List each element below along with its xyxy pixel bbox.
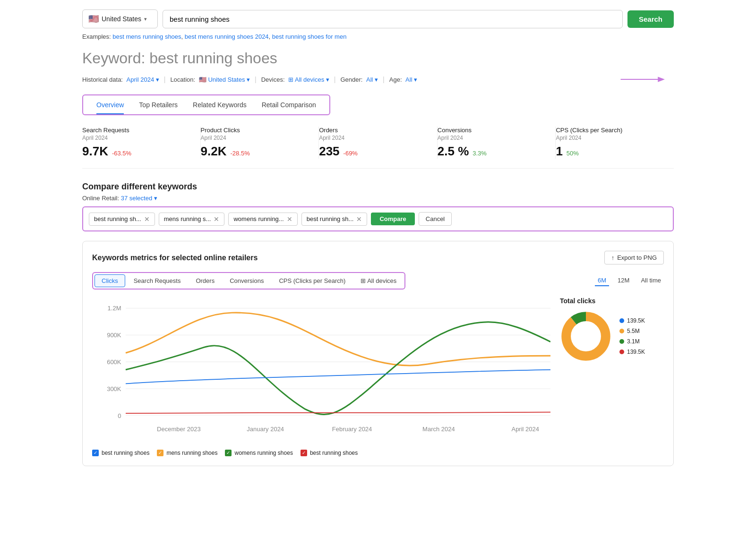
metric-change-4: 50%	[567, 150, 579, 157]
donut-legend-item-3: 139.5K	[619, 349, 645, 355]
chip-label-3: best running sh...	[307, 215, 354, 222]
chart-tab-all-devices[interactable]: ⊞ All devices	[354, 274, 403, 287]
metrics-row: Search Requests April 2024 9.7K -63.5% P…	[82, 127, 674, 169]
chip-remove-0[interactable]: ✕	[144, 215, 150, 223]
chevron-down-icon: ▾	[144, 16, 147, 22]
chart-tab-clicks[interactable]: Clicks	[94, 274, 125, 287]
chart-tab-orders[interactable]: Orders	[189, 274, 221, 287]
metric-product-clicks: Product Clicks April 2024 9.2K -28.5%	[201, 127, 319, 159]
tab-related-keywords[interactable]: Related Keywords	[185, 97, 254, 112]
time-buttons: 6M 12M All time	[595, 275, 664, 286]
chip-1: mens running s... ✕	[159, 213, 225, 226]
metric-label-4: CPS (Clicks per Search)	[556, 127, 664, 134]
chart-tab-conversions[interactable]: Conversions	[223, 274, 270, 287]
gender-link[interactable]: All ▾	[366, 76, 378, 83]
time-btn-6m[interactable]: 6M	[595, 275, 609, 286]
svg-text:300K: 300K	[107, 385, 121, 392]
compare-button[interactable]: Compare	[371, 213, 414, 225]
chip-remove-1[interactable]: ✕	[214, 215, 219, 223]
chip-3: best running sh... ✕	[301, 213, 368, 226]
time-btn-all-time[interactable]: All time	[638, 275, 664, 286]
retailers-link[interactable]: 37 selected ▾	[121, 195, 157, 202]
line-chart: 1.2M 900K 600K 300K 0 December 2023	[92, 297, 550, 443]
svg-text:1.2M: 1.2M	[108, 305, 121, 312]
legend-label-3: best running shoes	[310, 450, 358, 456]
compare-title: Compare different keywords	[82, 182, 674, 192]
legend-item-3: ✓ best running shoes	[301, 450, 358, 456]
svg-text:900K: 900K	[107, 332, 121, 339]
location-filter: Location: 🇺🇸 United States ▾	[170, 76, 250, 83]
arrow-annotation	[617, 73, 674, 86]
examples-label: Examples:	[82, 33, 112, 40]
metric-value-2: 235 -69%	[319, 144, 428, 159]
donut-chart	[560, 310, 612, 362]
svg-text:February 2024: February 2024	[332, 426, 372, 433]
export-label: Export to PNG	[617, 254, 657, 261]
metric-label-1: Product Clicks	[201, 127, 309, 134]
svg-text:January 2024: January 2024	[247, 426, 284, 433]
search-bar: 🇺🇸 United States ▾ Search	[82, 9, 674, 28]
example-link-3[interactable]: best running shoes for men	[272, 33, 347, 40]
metric-number-0: 9.7K	[82, 144, 108, 159]
chart-right: Total clicks	[560, 297, 664, 456]
legend-label-2: womens running shoes	[234, 450, 292, 456]
donut-value-1: 5.5M	[627, 328, 640, 334]
metric-period-2: April 2024	[319, 135, 428, 141]
metric-period-4: April 2024	[556, 135, 664, 141]
donut-value-3: 139.5K	[627, 349, 645, 355]
donut-legend: 139.5K 5.5M 3.1M 139.5K	[619, 317, 645, 355]
export-icon: ↑	[611, 254, 615, 261]
metric-value-0: 9.7K -63.5%	[82, 144, 191, 159]
chart-main: 1.2M 900K 600K 300K 0 December 2023	[92, 297, 550, 456]
tab-overview[interactable]: Overview	[89, 97, 131, 112]
metric-conversions: Conversions April 2024 2.5 % 3.3%	[438, 127, 556, 159]
example-link-1[interactable]: best mens running shoes	[112, 33, 181, 40]
tab-retail-comparison[interactable]: Retail Comparison	[254, 97, 324, 112]
country-label: United States	[102, 15, 141, 23]
location-link[interactable]: 🇺🇸 United States ▾	[199, 76, 250, 83]
example-link-2[interactable]: best mens running shoes 2024	[185, 33, 269, 40]
metric-label-2: Orders	[319, 127, 428, 134]
keyword-title: Keyword: best running shoes	[82, 50, 674, 67]
svg-text:0: 0	[118, 412, 121, 419]
svg-point-16	[566, 316, 606, 356]
metric-label-3: Conversions	[438, 127, 546, 134]
metric-search-requests: Search Requests April 2024 9.7K -63.5%	[82, 127, 201, 159]
metric-number-4: 1	[556, 144, 562, 159]
metric-cps: CPS (Clicks per Search) April 2024 1 50%	[556, 127, 674, 159]
search-input[interactable]	[163, 10, 623, 28]
chip-remove-3[interactable]: ✕	[356, 215, 362, 223]
chip-remove-2[interactable]: ✕	[287, 215, 292, 223]
legend-item-0: ✓ best running shoes	[92, 450, 149, 456]
donut-value-0: 139.5K	[627, 317, 645, 324]
export-button[interactable]: ↑ Export to PNG	[604, 251, 664, 264]
tab-top-retailers[interactable]: Top Retailers	[131, 97, 185, 112]
chip-0: best running sh... ✕	[89, 213, 155, 226]
devices-filter: Devices: ⊞ All devices ▾	[261, 76, 329, 83]
country-selector[interactable]: 🇺🇸 United States ▾	[82, 9, 158, 28]
compare-subtitle: Online Retail: 37 selected ▾	[82, 195, 674, 202]
search-button[interactable]: Search	[627, 10, 674, 28]
filters-row: Historical data: April 2024 ▾ | Location…	[82, 73, 674, 86]
tabs-container: Overview Top Retailers Related Keywords …	[82, 94, 330, 115]
devices-link[interactable]: ⊞ All devices ▾	[288, 76, 329, 83]
metric-period-3: April 2024	[438, 135, 546, 141]
chart-controls: Clicks Search Requests Orders Conversion…	[92, 272, 664, 290]
metric-change-0: -63.5%	[112, 150, 131, 157]
chart-tab-cps[interactable]: CPS (Clicks per Search)	[272, 274, 352, 287]
metric-value-1: 9.2K -28.5%	[201, 144, 309, 159]
legend-label-0: best running shoes	[102, 450, 149, 456]
age-link[interactable]: All ▾	[405, 76, 417, 83]
donut-legend-item-0: 139.5K	[619, 317, 645, 324]
historical-link[interactable]: April 2024 ▾	[127, 76, 159, 83]
chip-label-2: womens running...	[233, 215, 284, 222]
chart-title: Keywords metrics for selected online ret…	[92, 254, 258, 262]
chart-section: Keywords metrics for selected online ret…	[82, 241, 674, 466]
cancel-button[interactable]: Cancel	[419, 212, 452, 226]
chart-tab-search-requests[interactable]: Search Requests	[127, 274, 188, 287]
time-btn-12m[interactable]: 12M	[615, 275, 632, 286]
legend-item-2: ✓ womens running shoes	[225, 450, 292, 456]
svg-text:April 2024: April 2024	[511, 426, 539, 433]
metric-change-3: 3.3%	[472, 150, 487, 157]
examples-row: Examples: best mens running shoes, best …	[82, 33, 674, 40]
